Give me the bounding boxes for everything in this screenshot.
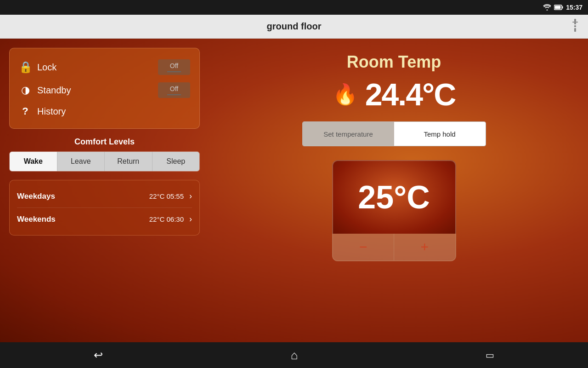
tab-set-temperature[interactable]: Set temperature xyxy=(303,122,394,146)
battery-icon xyxy=(554,5,563,10)
history-label: History xyxy=(37,106,66,117)
decrease-temp-button[interactable]: − xyxy=(333,234,395,260)
lock-toggle[interactable]: Off xyxy=(158,59,190,75)
right-panel: Room Temp 🔥 24.4°C Set temperature Temp … xyxy=(209,48,579,333)
nav-bar: ↩ ⌂ ▭ xyxy=(0,342,588,368)
standby-row: ◑ Standby Off xyxy=(19,79,190,102)
lock-row: 🔒 Lock Off xyxy=(19,56,190,79)
comfort-section: Comfort Levels Wake Leave Return Sleep xyxy=(9,137,200,172)
room-temp-title: Room Temp xyxy=(209,52,579,72)
svg-rect-2 xyxy=(562,6,563,9)
home-button[interactable]: ⌂ xyxy=(277,345,312,366)
tab-wake[interactable]: Wake xyxy=(10,152,57,171)
svg-rect-1 xyxy=(555,6,561,9)
lock-label: Lock xyxy=(37,62,57,73)
main-content: 🔒 Lock Off ◑ Standby Off ? History xyxy=(0,39,588,342)
temp-display: 25°C xyxy=(332,160,456,234)
back-button[interactable]: ↩ xyxy=(80,345,117,365)
svg-rect-4 xyxy=(574,23,576,24)
standby-icon: ◑ xyxy=(19,84,32,96)
comfort-tabs: Wake Leave Return Sleep xyxy=(9,151,200,172)
temp-set-value: 25°C xyxy=(358,179,430,216)
weekdays-info: 22°C 05:55 xyxy=(149,192,184,200)
svg-rect-3 xyxy=(574,19,576,22)
flame-icon: 🔥 xyxy=(333,82,358,106)
top-bar: ground floor xyxy=(0,15,588,39)
weekdays-arrow: › xyxy=(189,191,192,201)
weekends-label: Weekends xyxy=(17,215,149,224)
tab-temp-hold[interactable]: Temp hold xyxy=(394,122,486,146)
weekends-info: 22°C 06:30 xyxy=(149,215,184,223)
schedule-weekends[interactable]: Weekends 22°C 06:30 › xyxy=(17,208,192,230)
left-panel: 🔒 Lock Off ◑ Standby Off ? History xyxy=(9,48,200,333)
increase-temp-button[interactable]: + xyxy=(394,234,455,260)
tab-return[interactable]: Return xyxy=(105,152,153,171)
weekends-arrow: › xyxy=(189,214,192,224)
wifi-icon xyxy=(543,4,551,11)
lock-icon: 🔒 xyxy=(19,61,32,74)
schedule-weekdays[interactable]: Weekdays 22°C 05:55 › xyxy=(17,185,192,208)
schedule-card: Weekdays 22°C 05:55 › Weekends 22°C 06:3… xyxy=(9,180,200,236)
temp-control-widget: 25°C − + xyxy=(332,160,456,261)
status-icons: 15:37 xyxy=(543,4,582,11)
standby-toggle[interactable]: Off xyxy=(158,82,190,98)
history-row[interactable]: ? History xyxy=(19,102,190,121)
settings-icon[interactable] xyxy=(570,19,581,34)
temp-buttons: − + xyxy=(332,234,456,261)
svg-rect-6 xyxy=(574,28,576,32)
status-bar: 15:37 xyxy=(0,0,588,15)
history-icon: ? xyxy=(19,105,32,117)
comfort-title: Comfort Levels xyxy=(9,137,200,147)
standby-label: Standby xyxy=(37,85,71,96)
weekdays-label: Weekdays xyxy=(17,192,149,201)
current-temp-row: 🔥 24.4°C xyxy=(333,76,456,112)
recent-button[interactable]: ▭ xyxy=(472,346,508,364)
tab-leave[interactable]: Leave xyxy=(57,152,105,171)
svg-rect-5 xyxy=(574,25,576,27)
controls-card: 🔒 Lock Off ◑ Standby Off ? History xyxy=(9,48,200,129)
current-temp: 24.4°C xyxy=(365,76,456,112)
temp-tabs-selector: Set temperature Temp hold xyxy=(302,121,486,146)
status-time: 15:37 xyxy=(566,4,582,11)
page-title: ground floor xyxy=(267,21,322,32)
tab-sleep[interactable]: Sleep xyxy=(153,152,200,171)
svg-rect-7 xyxy=(572,22,578,23)
